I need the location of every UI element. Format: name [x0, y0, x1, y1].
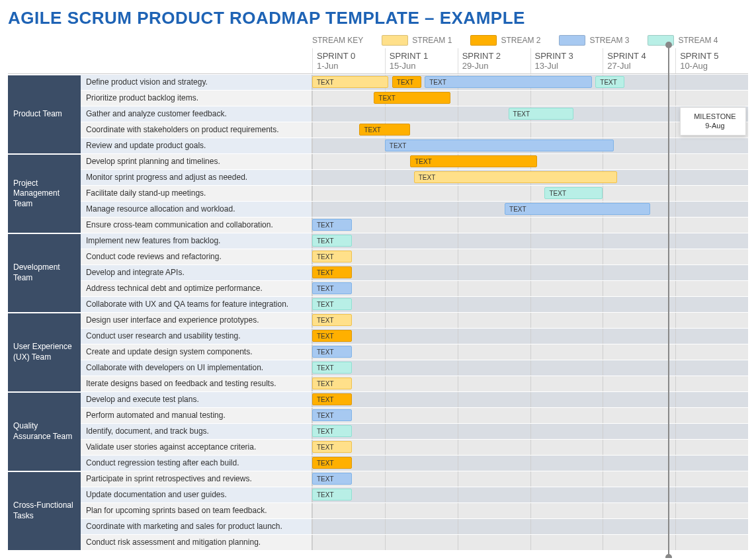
gantt-bar[interactable]: TEXT: [505, 203, 650, 215]
grid-cell: [530, 313, 603, 328]
grid-cell: [458, 313, 530, 328]
gantt-bar[interactable]: TEXT: [359, 124, 410, 136]
grid-cell: [530, 233, 603, 249]
gantt-bar[interactable]: TEXT: [312, 219, 352, 231]
roadmap-body: Product TeamProject Management TeamDevel…: [8, 74, 748, 550]
task-label: Perform automated and manual testing.: [81, 408, 312, 423]
milestone-label: MILESTONE 9-Aug: [680, 107, 745, 136]
grid-cell: [675, 75, 748, 90]
grid-cell: [385, 503, 458, 518]
gantt-bar[interactable]: TEXT: [312, 314, 352, 326]
gantt-bar[interactable]: TEXT: [544, 187, 603, 199]
grid-cell: [530, 519, 603, 534]
legend-text: STREAM 4: [678, 36, 718, 45]
task-label: Monitor sprint progress and adjust as ne…: [81, 170, 312, 185]
legend-text: STREAM 3: [589, 36, 629, 45]
grid-cell: [675, 202, 748, 217]
grid-cell: [603, 249, 675, 264]
gantt-bar[interactable]: TEXT: [312, 378, 352, 389]
gantt-bar[interactable]: TEXT: [312, 409, 352, 421]
gantt-bar[interactable]: TEXT: [312, 457, 352, 469]
milestone-date: 9-Aug: [694, 121, 735, 130]
grid-cell: [603, 122, 675, 138]
grid-cell: [530, 392, 603, 407]
grid-cell: [458, 471, 530, 487]
grid-cell: [530, 218, 603, 233]
task-row: Participate in sprint retrospectives and…: [81, 471, 748, 487]
roadmap-container: AGILE SCRUM PRODUCT ROADMAP TEMPLATE – E…: [8, 8, 748, 550]
grid-cell: [458, 440, 530, 455]
grid-cell: [603, 313, 675, 328]
grid-cell: [603, 344, 675, 360]
gantt-bar[interactable]: TEXT: [312, 76, 388, 88]
gantt-bar[interactable]: TEXT: [312, 282, 352, 294]
grid-cell: [385, 297, 458, 312]
gantt-bar[interactable]: TEXT: [312, 441, 352, 453]
gantt-bar[interactable]: TEXT: [312, 251, 352, 262]
gantt-bar[interactable]: TEXT: [374, 92, 450, 104]
grid-cell: [675, 471, 748, 487]
grid-cell: [458, 265, 530, 280]
gantt-bar[interactable]: TEXT: [312, 362, 352, 374]
grid-cell: [385, 218, 458, 233]
grid-cell: [675, 503, 748, 518]
task-row: Identify, document, and track bugs.: [81, 423, 748, 439]
grid-cell: [675, 329, 748, 344]
grid-cell: [603, 233, 675, 249]
grid-cell: [603, 440, 675, 455]
task-label: Review and update product goals.: [81, 138, 312, 153]
grid-cell: [312, 186, 385, 201]
gantt-bar[interactable]: TEXT: [312, 489, 352, 500]
task-label: Collaborate with UX and QA teams for fea…: [81, 297, 312, 312]
task-label: Develop and execute test plans.: [81, 392, 312, 407]
date-header-cell: 27-Jul: [603, 61, 675, 73]
gantt-bar[interactable]: TEXT: [385, 140, 614, 151]
gantt-bar[interactable]: TEXT: [392, 76, 421, 88]
grid-cell: [458, 344, 530, 360]
grid-cell: [312, 519, 385, 534]
legend-swatch: [470, 35, 497, 46]
grid-cell: [603, 360, 675, 376]
group-label: Product Team: [8, 74, 81, 153]
grid-cell: [458, 519, 530, 534]
gantt-bar[interactable]: TEXT: [312, 425, 352, 437]
task-row: Conduct risk assessment and mitigation p…: [81, 534, 748, 550]
grid-cell: [385, 519, 458, 534]
grid-cell: [603, 487, 675, 502]
grid-cell: [458, 503, 530, 518]
task-label: Collaborate with developers on UI implem…: [81, 360, 312, 376]
grid-cell: [312, 202, 385, 217]
grid-cell: [458, 91, 530, 106]
grid-cell: [675, 218, 748, 233]
gantt-bar[interactable]: TEXT: [414, 171, 618, 183]
grid-cell: [603, 329, 675, 344]
grid-cell: [312, 170, 385, 185]
sprint-header: SPRINT 0SPRINT 1SPRINT 2SPRINT 3SPRINT 4…: [8, 48, 748, 61]
gantt-bar[interactable]: TEXT: [312, 330, 352, 342]
grid-cell: [675, 456, 748, 471]
gantt-bar[interactable]: TEXT: [312, 235, 352, 247]
grid-cell: [603, 138, 675, 153]
gantt-bar[interactable]: TEXT: [509, 108, 574, 120]
gantt-bar[interactable]: TEXT: [595, 76, 624, 88]
sprint-header-cell: SPRINT 4: [603, 48, 675, 61]
gantt-bar[interactable]: TEXT: [425, 76, 592, 88]
gantt-bar[interactable]: TEXT: [312, 346, 352, 358]
gantt-bar[interactable]: TEXT: [312, 298, 352, 310]
grid-cell: [603, 456, 675, 471]
gantt-bar[interactable]: TEXT: [410, 155, 537, 167]
grid-cell: [530, 408, 603, 423]
task-label: Conduct user research and usability test…: [81, 329, 312, 344]
legend-swatch: [559, 35, 585, 46]
gantt-bar[interactable]: TEXT: [312, 393, 352, 405]
grid-cell: [530, 456, 603, 471]
gantt-bar[interactable]: TEXT: [312, 266, 352, 278]
grid-cell: [385, 233, 458, 249]
gantt-bar[interactable]: TEXT: [312, 473, 352, 485]
task-label: Iterate designs based on feedback and te…: [81, 376, 312, 391]
legend-item: STREAM 4: [648, 35, 718, 46]
task-row: Gather and analyze customer feedback.: [81, 106, 748, 122]
grid-cell: [385, 281, 458, 296]
task-row: Coordinate with marketing and sales for …: [81, 518, 748, 534]
task-label: Define product vision and strategy.: [81, 75, 312, 90]
